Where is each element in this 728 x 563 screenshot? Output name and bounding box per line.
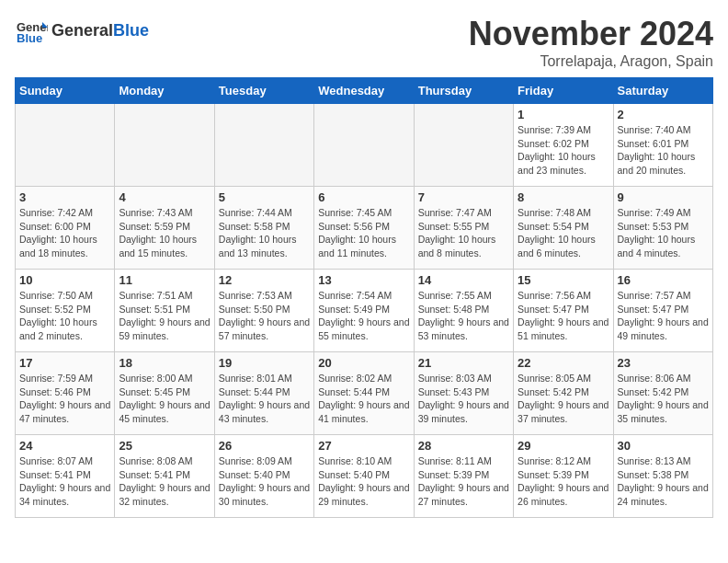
day-number: 26 (219, 439, 310, 453)
calendar-cell (414, 104, 513, 187)
calendar-cell: 30Sunrise: 8:13 AM Sunset: 5:38 PM Dayli… (613, 435, 712, 518)
week-row-1: 1Sunrise: 7:39 AM Sunset: 6:02 PM Daylig… (16, 104, 713, 187)
calendar-cell: 3Sunrise: 7:42 AM Sunset: 6:00 PM Daylig… (16, 187, 115, 270)
calendar-cell: 28Sunrise: 8:11 AM Sunset: 5:39 PM Dayli… (414, 435, 513, 518)
weekday-header-wednesday: Wednesday (314, 78, 414, 104)
day-number: 7 (418, 190, 509, 204)
day-info: Sunrise: 8:08 AM Sunset: 5:41 PM Dayligh… (119, 454, 210, 509)
day-info: Sunrise: 7:56 AM Sunset: 5:47 PM Dayligh… (518, 289, 609, 343)
day-number: 30 (618, 439, 709, 453)
logo-icon: General Blue (15, 15, 48, 48)
day-number: 5 (219, 190, 310, 204)
day-info: Sunrise: 8:01 AM Sunset: 5:44 PM Dayligh… (219, 372, 310, 426)
calendar-cell: 23Sunrise: 8:06 AM Sunset: 5:42 PM Dayli… (613, 352, 712, 435)
day-info: Sunrise: 7:47 AM Sunset: 5:55 PM Dayligh… (418, 206, 509, 260)
day-number: 16 (618, 273, 709, 287)
day-info: Sunrise: 8:12 AM Sunset: 5:39 PM Dayligh… (518, 454, 609, 509)
month-title: November 2024 (469, 15, 713, 53)
day-info: Sunrise: 8:05 AM Sunset: 5:42 PM Dayligh… (518, 372, 609, 426)
day-info: Sunrise: 7:53 AM Sunset: 5:50 PM Dayligh… (219, 289, 310, 343)
day-info: Sunrise: 7:39 AM Sunset: 6:02 PM Dayligh… (518, 123, 609, 178)
week-row-3: 10Sunrise: 7:50 AM Sunset: 5:52 PM Dayli… (16, 270, 713, 352)
calendar: SundayMondayTuesdayWednesdayThursdayFrid… (15, 77, 713, 518)
calendar-cell (314, 104, 414, 187)
calendar-cell: 16Sunrise: 7:57 AM Sunset: 5:47 PM Dayli… (613, 270, 712, 352)
calendar-cell: 7Sunrise: 7:47 AM Sunset: 5:55 PM Daylig… (414, 187, 513, 270)
day-info: Sunrise: 7:59 AM Sunset: 5:46 PM Dayligh… (19, 372, 110, 426)
logo-text: GeneralBlue (51, 22, 149, 40)
day-info: Sunrise: 8:03 AM Sunset: 5:43 PM Dayligh… (418, 372, 509, 426)
day-info: Sunrise: 8:00 AM Sunset: 5:45 PM Dayligh… (119, 372, 210, 426)
calendar-cell (214, 104, 313, 187)
calendar-cell: 1Sunrise: 7:39 AM Sunset: 6:02 PM Daylig… (514, 104, 613, 187)
day-info: Sunrise: 7:44 AM Sunset: 5:58 PM Dayligh… (219, 206, 310, 260)
title-block: November 2024 Torrelapaja, Aragon, Spain (469, 15, 713, 70)
day-number: 23 (618, 356, 709, 370)
calendar-cell (16, 104, 115, 187)
week-row-4: 17Sunrise: 7:59 AM Sunset: 5:46 PM Dayli… (16, 352, 713, 435)
day-number: 10 (19, 273, 110, 287)
location-title: Torrelapaja, Aragon, Spain (469, 53, 713, 70)
week-row-2: 3Sunrise: 7:42 AM Sunset: 6:00 PM Daylig… (16, 187, 713, 270)
calendar-cell: 14Sunrise: 7:55 AM Sunset: 5:48 PM Dayli… (414, 270, 513, 352)
day-number: 8 (518, 190, 609, 204)
weekday-header-sunday: Sunday (16, 78, 115, 104)
day-number: 29 (518, 439, 609, 453)
calendar-cell: 26Sunrise: 8:09 AM Sunset: 5:40 PM Dayli… (214, 435, 313, 518)
day-info: Sunrise: 7:50 AM Sunset: 5:52 PM Dayligh… (19, 289, 110, 343)
day-info: Sunrise: 7:42 AM Sunset: 6:00 PM Dayligh… (19, 206, 110, 260)
weekday-header-tuesday: Tuesday (214, 78, 313, 104)
calendar-cell: 17Sunrise: 7:59 AM Sunset: 5:46 PM Dayli… (16, 352, 115, 435)
calendar-cell: 19Sunrise: 8:01 AM Sunset: 5:44 PM Dayli… (214, 352, 313, 435)
day-info: Sunrise: 8:11 AM Sunset: 5:39 PM Dayligh… (418, 454, 509, 509)
day-number: 14 (418, 273, 509, 287)
day-info: Sunrise: 7:40 AM Sunset: 6:01 PM Dayligh… (618, 123, 709, 178)
day-info: Sunrise: 7:51 AM Sunset: 5:51 PM Dayligh… (119, 289, 210, 343)
day-number: 3 (19, 190, 110, 204)
calendar-cell: 5Sunrise: 7:44 AM Sunset: 5:58 PM Daylig… (214, 187, 313, 270)
calendar-cell: 18Sunrise: 8:00 AM Sunset: 5:45 PM Dayli… (115, 352, 214, 435)
day-info: Sunrise: 7:54 AM Sunset: 5:49 PM Dayligh… (318, 289, 409, 343)
day-info: Sunrise: 7:49 AM Sunset: 5:53 PM Dayligh… (618, 206, 709, 260)
calendar-cell (115, 104, 214, 187)
day-number: 13 (318, 273, 409, 287)
logo: General Blue GeneralBlue (15, 15, 149, 48)
day-number: 21 (418, 356, 509, 370)
calendar-cell: 2Sunrise: 7:40 AM Sunset: 6:01 PM Daylig… (613, 104, 712, 187)
calendar-cell: 15Sunrise: 7:56 AM Sunset: 5:47 PM Dayli… (514, 270, 613, 352)
page-header: General Blue GeneralBlue November 2024 T… (15, 15, 713, 70)
weekday-header-monday: Monday (115, 78, 214, 104)
day-number: 15 (518, 273, 609, 287)
day-info: Sunrise: 7:55 AM Sunset: 5:48 PM Dayligh… (418, 289, 509, 343)
weekday-header-row: SundayMondayTuesdayWednesdayThursdayFrid… (16, 78, 713, 104)
day-info: Sunrise: 8:06 AM Sunset: 5:42 PM Dayligh… (618, 372, 709, 426)
day-number: 11 (119, 273, 210, 287)
day-info: Sunrise: 7:48 AM Sunset: 5:54 PM Dayligh… (518, 206, 609, 260)
weekday-header-friday: Friday (514, 78, 613, 104)
calendar-cell: 20Sunrise: 8:02 AM Sunset: 5:44 PM Dayli… (314, 352, 414, 435)
day-info: Sunrise: 8:09 AM Sunset: 5:40 PM Dayligh… (219, 454, 310, 509)
calendar-cell: 27Sunrise: 8:10 AM Sunset: 5:40 PM Dayli… (314, 435, 414, 518)
day-number: 17 (19, 356, 110, 370)
day-number: 28 (418, 439, 509, 453)
calendar-cell: 24Sunrise: 8:07 AM Sunset: 5:41 PM Dayli… (16, 435, 115, 518)
day-info: Sunrise: 8:02 AM Sunset: 5:44 PM Dayligh… (318, 372, 409, 426)
day-number: 24 (19, 439, 110, 453)
calendar-cell: 4Sunrise: 7:43 AM Sunset: 5:59 PM Daylig… (115, 187, 214, 270)
day-info: Sunrise: 7:45 AM Sunset: 5:56 PM Dayligh… (318, 206, 409, 260)
day-number: 1 (518, 108, 609, 121)
svg-text:Blue: Blue (17, 31, 42, 45)
calendar-cell: 10Sunrise: 7:50 AM Sunset: 5:52 PM Dayli… (16, 270, 115, 352)
calendar-cell: 29Sunrise: 8:12 AM Sunset: 5:39 PM Dayli… (514, 435, 613, 518)
day-info: Sunrise: 8:13 AM Sunset: 5:38 PM Dayligh… (618, 454, 709, 509)
day-number: 6 (318, 190, 409, 204)
week-row-5: 24Sunrise: 8:07 AM Sunset: 5:41 PM Dayli… (16, 435, 713, 518)
day-number: 27 (318, 439, 409, 453)
day-number: 12 (219, 273, 310, 287)
calendar-cell: 6Sunrise: 7:45 AM Sunset: 5:56 PM Daylig… (314, 187, 414, 270)
day-info: Sunrise: 7:57 AM Sunset: 5:47 PM Dayligh… (618, 289, 709, 343)
calendar-cell: 8Sunrise: 7:48 AM Sunset: 5:54 PM Daylig… (514, 187, 613, 270)
day-info: Sunrise: 7:43 AM Sunset: 5:59 PM Dayligh… (119, 206, 210, 260)
calendar-cell: 21Sunrise: 8:03 AM Sunset: 5:43 PM Dayli… (414, 352, 513, 435)
weekday-header-saturday: Saturday (613, 78, 712, 104)
